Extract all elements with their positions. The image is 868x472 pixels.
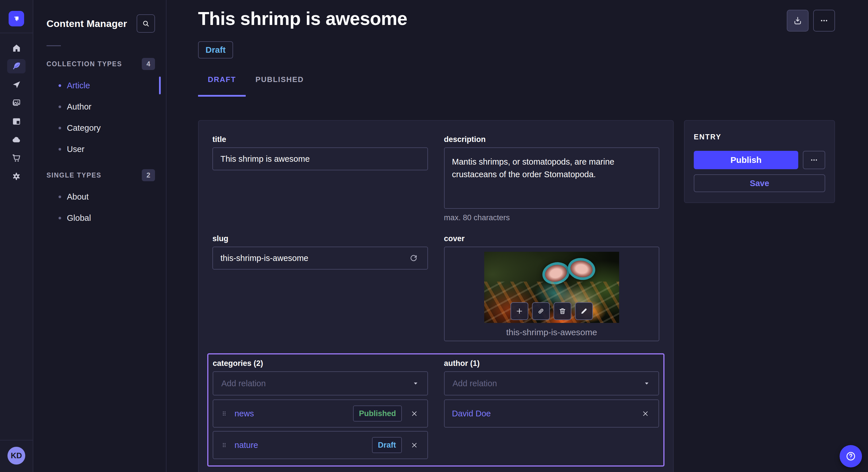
content-type-builder-nav[interactable]: [7, 114, 26, 129]
export-button[interactable]: [787, 10, 809, 32]
media-library-nav[interactable]: [7, 96, 26, 110]
tab-published[interactable]: PUBLISHED: [246, 71, 313, 97]
main-content: This shrimp is awesome Draft DRAFT PUBLI…: [166, 0, 868, 472]
pencil-icon: [580, 307, 588, 315]
description-value: Mantis shrimps, or stomatopods, are mari…: [452, 157, 615, 179]
page-title: This shrimp is awesome: [198, 9, 407, 29]
bullet-icon: [59, 105, 61, 108]
slug-input[interactable]: this-shrimp-is-awesome: [212, 247, 428, 270]
search-icon: [142, 19, 150, 28]
relation-item-nature: nature Draft: [213, 431, 428, 459]
strapi-logo-icon: [11, 14, 21, 24]
cover-field: cover: [444, 234, 660, 341]
delete-asset-button[interactable]: [553, 302, 571, 320]
drag-handle[interactable]: [221, 410, 228, 417]
description-textarea[interactable]: Mantis shrimps, or stomatopods, are mari…: [444, 147, 660, 209]
close-icon: [642, 410, 649, 417]
author-field-label: author (1): [444, 359, 659, 368]
collection-types-section: COLLECTION TYPES 4 Article Author Catego…: [33, 56, 166, 160]
publish-button[interactable]: Publish: [694, 151, 798, 169]
plus-icon: [515, 307, 523, 315]
sidebar-item-user[interactable]: User: [33, 138, 166, 160]
link-icon: [537, 307, 545, 315]
content-manager-sidebar: Content Manager COLLECTION TYPES 4 Artic…: [33, 0, 166, 472]
title-input-value: This shrimp is awesome: [220, 154, 310, 164]
chevron-down-icon: [412, 380, 420, 387]
sidebar-item-category[interactable]: Category: [33, 117, 166, 138]
refresh-icon: [409, 254, 418, 263]
remove-relation-button[interactable]: [640, 408, 651, 419]
cover-caption: this-shrimp-is-awesome: [506, 328, 597, 337]
sidebar-title: Content Manager: [46, 18, 127, 29]
title-input[interactable]: This shrimp is awesome: [212, 147, 428, 170]
active-indicator: [159, 76, 161, 94]
section-count-badge: 2: [142, 169, 155, 181]
regenerate-slug-button[interactable]: [407, 252, 420, 264]
bullet-icon: [59, 217, 61, 220]
cloud-icon: [11, 135, 21, 144]
drag-dots-icon: [221, 442, 228, 448]
sidebar-item-global[interactable]: Global: [33, 207, 166, 229]
author-relation-combobox[interactable]: Add relation: [444, 371, 659, 396]
shrimp-eye: [540, 260, 572, 287]
entry-more-button[interactable]: [803, 151, 825, 169]
sidebar-item-label: Article: [67, 81, 90, 90]
slug-input-value: this-shrimp-is-awesome: [220, 254, 308, 263]
search-button[interactable]: [136, 14, 155, 33]
user-avatar[interactable]: KD: [7, 447, 25, 465]
gear-icon: [11, 171, 21, 181]
download-icon: [793, 16, 803, 26]
chevron-down-icon: [643, 380, 650, 387]
categories-field: categories (2) Add relation: [213, 359, 428, 459]
bullet-icon: [59, 148, 61, 150]
title-field: title This shrimp is awesome: [212, 135, 428, 222]
cover-asset-card: this-shrimp-is-awesome: [444, 247, 660, 341]
tab-draft[interactable]: DRAFT: [198, 71, 246, 97]
drag-dots-icon: [221, 410, 228, 417]
sidebar-item-about[interactable]: About: [33, 186, 166, 207]
combobox-placeholder: Add relation: [221, 379, 266, 388]
sidebar-item-article[interactable]: Article: [33, 75, 166, 96]
relation-link[interactable]: nature: [235, 440, 258, 450]
releases-nav[interactable]: [7, 77, 26, 92]
copy-link-button[interactable]: [532, 302, 550, 320]
edit-asset-button[interactable]: [575, 302, 593, 320]
relation-link[interactable]: news: [235, 409, 254, 418]
home-icon: [12, 43, 21, 53]
marketplace-nav[interactable]: [7, 151, 26, 165]
description-hint: max. 80 characters: [444, 213, 660, 222]
sidebar-item-label: Author: [67, 102, 91, 111]
bullet-icon: [59, 84, 61, 87]
relation-status-badge: Draft: [372, 437, 402, 453]
relation-link[interactable]: David Doe: [452, 409, 491, 418]
relation-status-badge: Published: [353, 405, 402, 422]
strapi-logo[interactable]: [9, 11, 24, 26]
bullet-icon: [59, 196, 61, 198]
header-more-button[interactable]: [813, 10, 835, 32]
save-button[interactable]: Save: [694, 174, 825, 192]
sidebar-item-label: User: [67, 144, 84, 154]
deploy-nav[interactable]: [7, 133, 26, 147]
content-manager-nav[interactable]: [7, 59, 26, 73]
settings-nav[interactable]: [7, 169, 26, 183]
home-nav[interactable]: [7, 41, 26, 55]
drag-handle[interactable]: [221, 442, 228, 448]
remove-relation-button[interactable]: [409, 440, 420, 451]
remove-relation-button[interactable]: [409, 408, 420, 419]
entry-panel: ENTRY Publish Save: [684, 120, 835, 203]
relations-highlight-box: categories (2) Add relation: [207, 353, 664, 467]
edit-form-panel: title This shrimp is awesome description…: [198, 120, 674, 472]
help-button[interactable]: [840, 445, 862, 467]
trash-icon: [558, 307, 566, 315]
sidebar-item-author[interactable]: Author: [33, 96, 166, 117]
rail-divider: [0, 33, 33, 33]
version-tabs: DRAFT PUBLISHED: [198, 71, 835, 97]
add-asset-button[interactable]: [510, 302, 528, 320]
categories-relation-combobox[interactable]: Add relation: [213, 371, 428, 396]
title-field-label: title: [212, 135, 428, 144]
cover-toolbar: [510, 302, 593, 320]
shrimp-eye: [566, 256, 597, 282]
relation-item-news: news Published: [213, 400, 428, 428]
cover-field-label: cover: [444, 234, 660, 243]
relation-item-david-doe: David Doe: [444, 400, 659, 428]
